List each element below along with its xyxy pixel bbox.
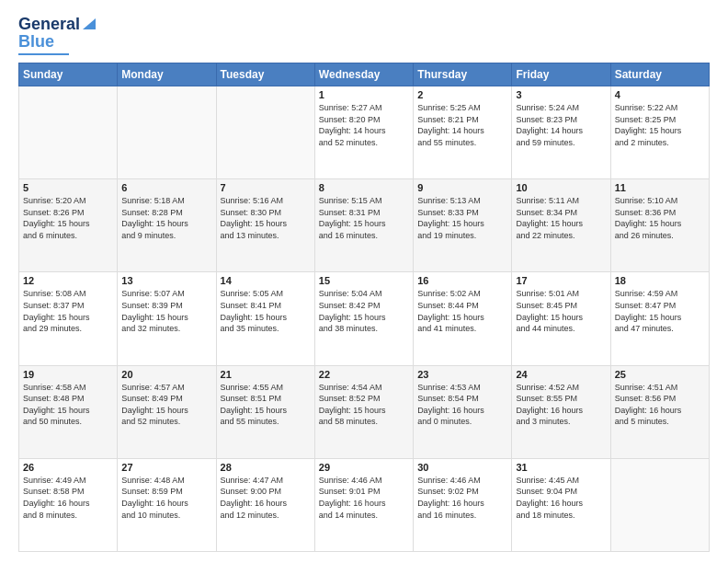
- calendar-cell: [216, 86, 314, 179]
- calendar-cell: 30Sunrise: 4:46 AM Sunset: 9:02 PM Dayli…: [414, 458, 512, 551]
- day-number: 29: [319, 462, 409, 473]
- day-number: 31: [516, 462, 606, 473]
- calendar-cell: 16Sunrise: 5:02 AM Sunset: 8:44 PM Dayli…: [414, 272, 512, 365]
- calendar-cell: 31Sunrise: 4:45 AM Sunset: 9:04 PM Dayli…: [512, 458, 610, 551]
- logo-underline: [18, 53, 69, 55]
- day-number: 25: [615, 369, 705, 380]
- day-info: Sunrise: 5:18 AM Sunset: 8:28 PM Dayligh…: [121, 195, 211, 241]
- day-info: Sunrise: 4:48 AM Sunset: 8:59 PM Dayligh…: [121, 475, 211, 521]
- calendar-cell: 5Sunrise: 5:20 AM Sunset: 8:26 PM Daylig…: [19, 179, 118, 272]
- day-info: Sunrise: 5:15 AM Sunset: 8:31 PM Dayligh…: [319, 195, 409, 241]
- calendar-cell: 13Sunrise: 5:07 AM Sunset: 8:39 PM Dayli…: [118, 272, 216, 365]
- day-number: 18: [615, 275, 705, 286]
- calendar-cell: 11Sunrise: 5:10 AM Sunset: 8:36 PM Dayli…: [610, 179, 709, 272]
- calendar-cell: 12Sunrise: 5:08 AM Sunset: 8:37 PM Dayli…: [19, 272, 118, 365]
- calendar-cell: 22Sunrise: 4:54 AM Sunset: 8:52 PM Dayli…: [314, 365, 413, 458]
- day-info: Sunrise: 4:59 AM Sunset: 8:47 PM Dayligh…: [615, 288, 705, 334]
- day-header-wednesday: Wednesday: [314, 63, 413, 86]
- day-number: 11: [615, 182, 705, 193]
- day-header-thursday: Thursday: [414, 63, 512, 86]
- calendar-cell: 17Sunrise: 5:01 AM Sunset: 8:45 PM Dayli…: [512, 272, 610, 365]
- day-number: 30: [417, 462, 507, 473]
- day-info: Sunrise: 4:52 AM Sunset: 8:55 PM Dayligh…: [516, 382, 606, 428]
- day-number: 14: [221, 275, 311, 286]
- calendar-week-row: 5Sunrise: 5:20 AM Sunset: 8:26 PM Daylig…: [19, 179, 710, 272]
- day-info: Sunrise: 4:58 AM Sunset: 8:48 PM Dayligh…: [23, 382, 113, 428]
- day-number: 28: [221, 462, 311, 473]
- calendar-cell: 18Sunrise: 4:59 AM Sunset: 8:47 PM Dayli…: [610, 272, 709, 365]
- day-info: Sunrise: 4:54 AM Sunset: 8:52 PM Dayligh…: [319, 382, 409, 428]
- logo-blue-text: Blue: [18, 32, 54, 52]
- calendar-cell: 9Sunrise: 5:13 AM Sunset: 8:33 PM Daylig…: [414, 179, 512, 272]
- day-number: 20: [121, 369, 211, 380]
- calendar-header-row: SundayMondayTuesdayWednesdayThursdayFrid…: [19, 63, 710, 86]
- day-info: Sunrise: 4:46 AM Sunset: 9:02 PM Dayligh…: [417, 475, 507, 521]
- calendar-cell: 6Sunrise: 5:18 AM Sunset: 8:28 PM Daylig…: [118, 179, 216, 272]
- day-number: 24: [516, 369, 606, 380]
- day-header-tuesday: Tuesday: [216, 63, 314, 86]
- calendar-week-row: 19Sunrise: 4:58 AM Sunset: 8:48 PM Dayli…: [19, 365, 710, 458]
- calendar-cell: 4Sunrise: 5:22 AM Sunset: 8:25 PM Daylig…: [610, 86, 709, 179]
- day-number: 17: [516, 275, 606, 286]
- day-number: 26: [23, 462, 113, 473]
- day-info: Sunrise: 4:49 AM Sunset: 8:58 PM Dayligh…: [23, 475, 113, 521]
- day-number: 2: [417, 89, 507, 100]
- day-info: Sunrise: 5:16 AM Sunset: 8:30 PM Dayligh…: [221, 195, 311, 241]
- day-info: Sunrise: 4:57 AM Sunset: 8:49 PM Dayligh…: [121, 382, 211, 428]
- day-info: Sunrise: 4:55 AM Sunset: 8:51 PM Dayligh…: [221, 382, 311, 428]
- calendar-cell: [118, 86, 216, 179]
- calendar-cell: [610, 458, 709, 551]
- calendar-cell: 10Sunrise: 5:11 AM Sunset: 8:34 PM Dayli…: [512, 179, 610, 272]
- day-number: 8: [319, 182, 409, 193]
- day-info: Sunrise: 5:07 AM Sunset: 8:39 PM Dayligh…: [121, 288, 211, 334]
- day-number: 23: [417, 369, 507, 380]
- day-info: Sunrise: 5:01 AM Sunset: 8:45 PM Dayligh…: [516, 288, 606, 334]
- day-info: Sunrise: 5:08 AM Sunset: 8:37 PM Dayligh…: [23, 288, 113, 334]
- calendar-cell: 21Sunrise: 4:55 AM Sunset: 8:51 PM Dayli…: [216, 365, 314, 458]
- day-info: Sunrise: 5:27 AM Sunset: 8:20 PM Dayligh…: [319, 102, 409, 148]
- calendar-cell: 20Sunrise: 4:57 AM Sunset: 8:49 PM Dayli…: [118, 365, 216, 458]
- calendar-cell: 29Sunrise: 4:46 AM Sunset: 9:01 PM Dayli…: [314, 458, 413, 551]
- day-header-monday: Monday: [118, 63, 216, 86]
- calendar-cell: 1Sunrise: 5:27 AM Sunset: 8:20 PM Daylig…: [314, 86, 413, 179]
- calendar-cell: 8Sunrise: 5:15 AM Sunset: 8:31 PM Daylig…: [314, 179, 413, 272]
- calendar-table: SundayMondayTuesdayWednesdayThursdayFrid…: [18, 63, 710, 552]
- day-info: Sunrise: 5:02 AM Sunset: 8:44 PM Dayligh…: [417, 288, 507, 334]
- calendar-cell: [19, 86, 118, 179]
- day-header-friday: Friday: [512, 63, 610, 86]
- calendar-cell: 7Sunrise: 5:16 AM Sunset: 8:30 PM Daylig…: [216, 179, 314, 272]
- calendar-cell: 14Sunrise: 5:05 AM Sunset: 8:41 PM Dayli…: [216, 272, 314, 365]
- day-info: Sunrise: 4:53 AM Sunset: 8:54 PM Dayligh…: [417, 382, 507, 428]
- day-number: 5: [23, 182, 113, 193]
- day-number: 21: [221, 369, 311, 380]
- day-number: 9: [417, 182, 507, 193]
- day-info: Sunrise: 5:25 AM Sunset: 8:21 PM Dayligh…: [417, 102, 507, 148]
- day-number: 7: [221, 182, 311, 193]
- day-info: Sunrise: 4:47 AM Sunset: 9:00 PM Dayligh…: [221, 475, 311, 521]
- day-number: 19: [23, 369, 113, 380]
- day-info: Sunrise: 5:05 AM Sunset: 8:41 PM Dayligh…: [221, 288, 311, 334]
- calendar-cell: 23Sunrise: 4:53 AM Sunset: 8:54 PM Dayli…: [414, 365, 512, 458]
- calendar-week-row: 1Sunrise: 5:27 AM Sunset: 8:20 PM Daylig…: [19, 86, 710, 179]
- calendar-cell: 28Sunrise: 4:47 AM Sunset: 9:00 PM Dayli…: [216, 458, 314, 551]
- day-number: 22: [319, 369, 409, 380]
- calendar-cell: 27Sunrise: 4:48 AM Sunset: 8:59 PM Dayli…: [118, 458, 216, 551]
- day-number: 3: [516, 89, 606, 100]
- day-info: Sunrise: 4:46 AM Sunset: 9:01 PM Dayligh…: [319, 475, 409, 521]
- day-number: 1: [319, 89, 409, 100]
- calendar-cell: 25Sunrise: 4:51 AM Sunset: 8:56 PM Dayli…: [610, 365, 709, 458]
- day-info: Sunrise: 5:13 AM Sunset: 8:33 PM Dayligh…: [417, 195, 507, 241]
- svg-marker-0: [83, 18, 96, 29]
- header: General Blue: [18, 15, 710, 55]
- page: General Blue SundayMondayTuesdayWednesda…: [0, 0, 728, 563]
- day-number: 13: [121, 275, 211, 286]
- logo: General Blue: [18, 15, 97, 55]
- calendar-cell: 2Sunrise: 5:25 AM Sunset: 8:21 PM Daylig…: [414, 86, 512, 179]
- day-info: Sunrise: 5:10 AM Sunset: 8:36 PM Dayligh…: [615, 195, 705, 241]
- calendar-cell: 19Sunrise: 4:58 AM Sunset: 8:48 PM Dayli…: [19, 365, 118, 458]
- day-header-sunday: Sunday: [19, 63, 118, 86]
- calendar-cell: 24Sunrise: 4:52 AM Sunset: 8:55 PM Dayli…: [512, 365, 610, 458]
- calendar-week-row: 26Sunrise: 4:49 AM Sunset: 8:58 PM Dayli…: [19, 458, 710, 551]
- logo-general-text: General: [18, 15, 80, 34]
- day-number: 4: [615, 89, 705, 100]
